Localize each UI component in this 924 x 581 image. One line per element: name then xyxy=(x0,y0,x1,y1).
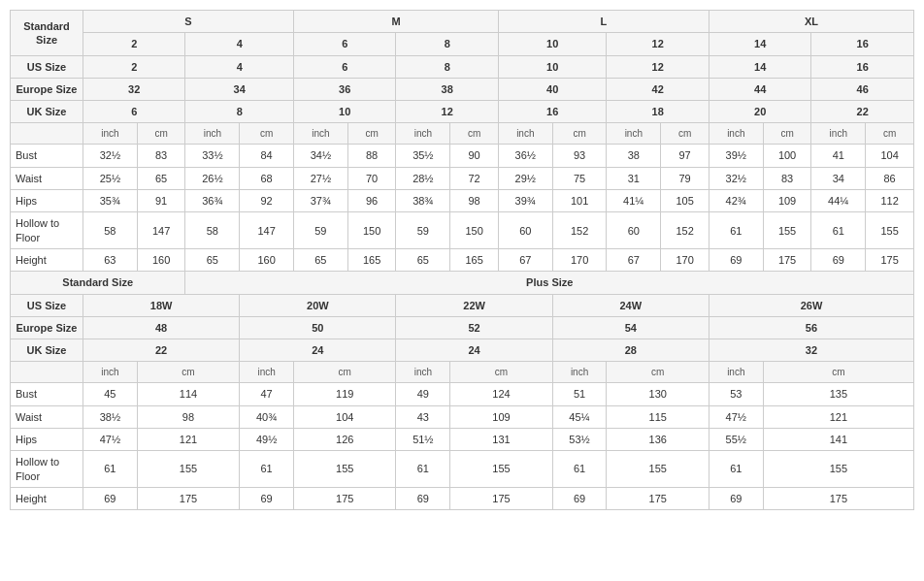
hips-36-3-4-inch: 36¾ xyxy=(185,190,240,212)
hips-47half-inch-s2: 47½ xyxy=(83,429,138,451)
hips-92-cm: 92 xyxy=(240,190,294,212)
m-header: M xyxy=(293,11,498,33)
eu-44: 44 xyxy=(709,78,810,100)
u-inch-8: inch xyxy=(811,123,866,145)
u-cm-1: cm xyxy=(137,123,185,145)
waist-109-cm-s2: 109 xyxy=(450,405,552,428)
h-69-3-inch-s2: 69 xyxy=(396,487,450,509)
height-label-s2: Height xyxy=(11,487,83,509)
section2-header-row: Standard Size Plus Size xyxy=(11,272,914,294)
bust-83-cm: 83 xyxy=(137,145,185,167)
hips-91-cm: 91 xyxy=(137,190,185,212)
htf-60-2-inch: 60 xyxy=(607,212,661,249)
us-size-14: 14 xyxy=(709,55,810,78)
waist-row: Waist 25½ 65 26½ 68 27½ 70 28½ 72 29½ 75… xyxy=(11,167,914,189)
u-inch-3: inch xyxy=(293,123,347,145)
htf-58-1-inch: 58 xyxy=(83,212,138,249)
waist-75-cm: 75 xyxy=(552,167,607,189)
waist-43-inch-s2: 43 xyxy=(396,405,450,428)
htf-155-3-cm-s2: 155 xyxy=(450,451,552,488)
h-175-1-cm-s2: 175 xyxy=(137,487,239,509)
htf-60-1-inch: 60 xyxy=(498,212,552,249)
bust-53-inch: 53 xyxy=(709,383,763,405)
hips-126-cm-s2: 126 xyxy=(293,429,395,451)
h-69-1-inch: 69 xyxy=(709,248,763,271)
bust-label: Bust xyxy=(11,145,83,167)
waist-26half-inch: 26½ xyxy=(185,167,240,189)
h-175-1-cm: 175 xyxy=(763,248,811,271)
h-175-5-cm-s2: 175 xyxy=(763,487,913,509)
uk-18: 18 xyxy=(607,101,709,123)
hips-44-1-4-inch: 44¼ xyxy=(811,190,866,212)
h-67-1-inch: 67 xyxy=(498,248,552,271)
us-10: 10 xyxy=(498,33,607,55)
waist-86-cm: 86 xyxy=(866,167,914,189)
waist-65-cm: 65 xyxy=(137,167,185,189)
htf-61-1-inch-s2: 61 xyxy=(83,451,138,488)
uk-24-s2: 24 xyxy=(240,339,396,362)
waist-121-cm-s2: 121 xyxy=(763,405,913,428)
bust-51-inch: 51 xyxy=(552,383,607,405)
bust-84-cm: 84 xyxy=(240,145,294,167)
hips-label: Hips xyxy=(11,190,83,212)
uk-28-s2: 28 xyxy=(552,339,709,362)
h-165-1-cm: 165 xyxy=(347,248,396,271)
bust-93-cm: 93 xyxy=(552,145,607,167)
u-inch-4: inch xyxy=(396,123,450,145)
s2-cm-3: cm xyxy=(450,362,552,383)
uk-6: 6 xyxy=(83,101,185,123)
us-size-8: 8 xyxy=(396,55,498,78)
waist-38half-inch-s2: 38½ xyxy=(83,405,138,428)
hips-39-3-4-inch: 39¾ xyxy=(498,190,552,212)
eu-52: 52 xyxy=(396,316,552,339)
s2-cm-1: cm xyxy=(137,362,239,383)
eu-40: 40 xyxy=(498,78,607,100)
us-size-row: 2 4 6 8 10 12 14 16 xyxy=(11,33,914,55)
h-65-3-inch: 65 xyxy=(396,248,450,271)
uk-22-s2: 22 xyxy=(83,339,240,362)
uk-32-s2: 32 xyxy=(709,339,913,362)
waist-68-cm: 68 xyxy=(240,167,294,189)
htf-59-1-inch: 59 xyxy=(293,212,347,249)
eu-48: 48 xyxy=(83,316,240,339)
europe-size-row: Europe Size 32 34 36 38 40 42 44 46 xyxy=(11,78,914,100)
htf-155-5-cm-s2: 155 xyxy=(763,451,913,488)
s2-inch-2: inch xyxy=(240,362,294,383)
bust-35half-inch: 35½ xyxy=(396,145,450,167)
size-chart-table: Standard Size S M L XL 2 4 6 8 10 12 14 … xyxy=(10,10,914,510)
hips-121-cm-s2: 121 xyxy=(137,429,239,451)
waist-row-s2: Waist 38½ 98 40¾ 104 43 109 45¼ 115 47½ … xyxy=(11,405,914,428)
htf-155-4-cm-s2: 155 xyxy=(607,451,709,488)
std-size-label-s2: Standard Size xyxy=(11,272,185,294)
hips-41-1-4-inch: 41¼ xyxy=(607,190,661,212)
waist-27half-inch: 27½ xyxy=(293,167,347,189)
htf-147-1-cm: 147 xyxy=(137,212,185,249)
u-cm-4: cm xyxy=(450,123,499,145)
s2-cm-4: cm xyxy=(607,362,709,383)
u-cm-5: cm xyxy=(552,123,607,145)
u-cm-3: cm xyxy=(347,123,396,145)
htf-150-1-cm: 150 xyxy=(347,212,396,249)
hips-105-cm: 105 xyxy=(661,190,710,212)
htf-61-3-inch-s2: 61 xyxy=(396,451,450,488)
eu-50: 50 xyxy=(240,316,396,339)
bust-49-inch: 49 xyxy=(396,383,450,405)
htf-152-1-cm: 152 xyxy=(552,212,607,249)
waist-47half-inch-s2: 47½ xyxy=(709,405,763,428)
htf-155-2-cm: 155 xyxy=(866,212,914,249)
h-69-4-inch-s2: 69 xyxy=(552,487,607,509)
waist-25half-inch: 25½ xyxy=(83,167,138,189)
u-cm-8: cm xyxy=(866,123,914,145)
hips-37-3-4-inch: 37¾ xyxy=(293,190,347,212)
s2-inch-5: inch xyxy=(709,362,763,383)
h-175-2-cm: 175 xyxy=(866,248,914,271)
htf-61-2-inch-s2: 61 xyxy=(240,451,294,488)
us-2: 2 xyxy=(83,33,185,55)
s2-inch-4: inch xyxy=(552,362,607,383)
us-4: 4 xyxy=(185,33,294,55)
h-65-1-inch: 65 xyxy=(185,248,240,271)
waist-45-1-4-inch-s2: 45¼ xyxy=(552,405,607,428)
htf-152-2-cm: 152 xyxy=(661,212,710,249)
htf-155-1-cm-s2: 155 xyxy=(137,451,239,488)
h-65-2-inch: 65 xyxy=(293,248,347,271)
